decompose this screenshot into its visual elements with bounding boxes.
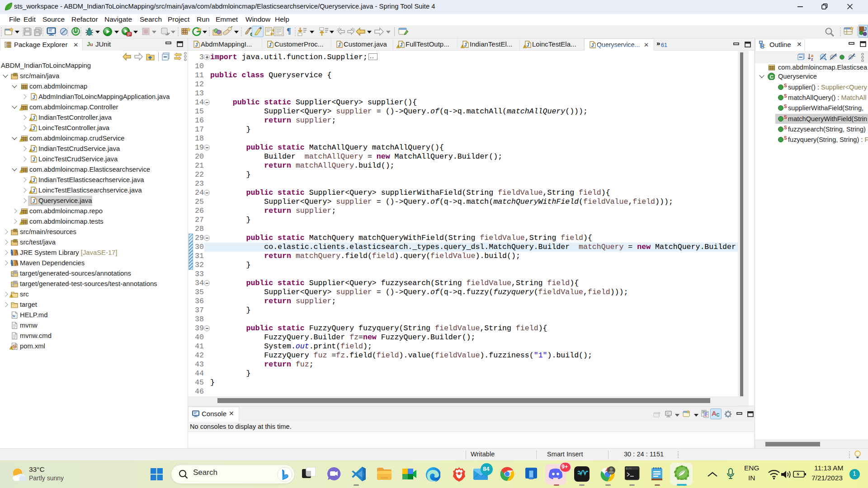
svg-text:¶: ¶ (287, 27, 291, 36)
svg-text:J: J (864, 26, 867, 32)
svg-text:C: C (770, 74, 774, 80)
svg-text:z: z (811, 57, 813, 61)
svg-text:C:\\: C:\\ (626, 468, 632, 470)
